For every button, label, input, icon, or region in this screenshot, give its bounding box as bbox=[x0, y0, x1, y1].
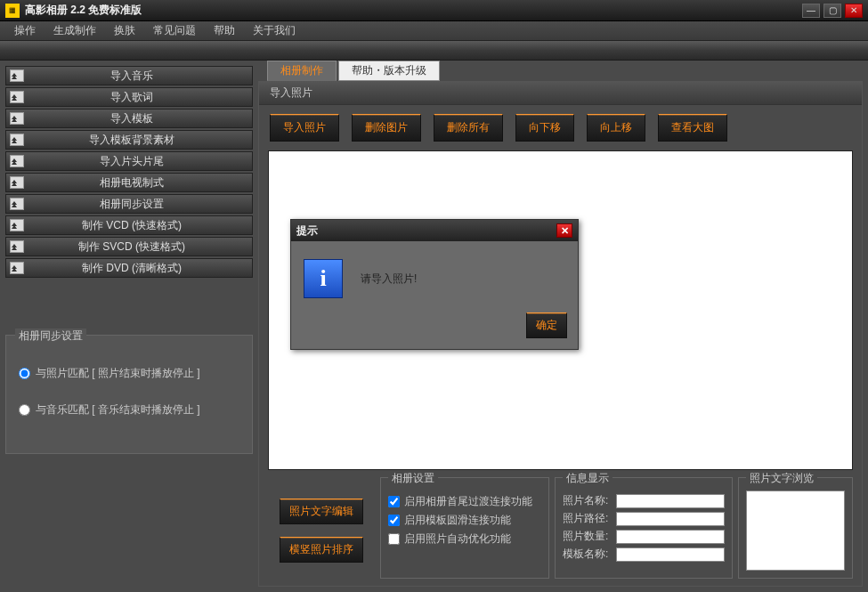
lbl-template-name: 模板名称: bbox=[563, 547, 616, 562]
btn-move-up[interactable]: 向上移 bbox=[587, 114, 645, 142]
lbl-photo-count: 照片数量: bbox=[563, 529, 616, 544]
sidebar-item-make-dvd[interactable]: 制作 DVD (清晰格式) bbox=[5, 258, 253, 278]
maximize-button[interactable]: ▢ bbox=[823, 4, 841, 18]
sidebar-item-make-svcd[interactable]: 制作 SVCD (快速格式) bbox=[5, 237, 253, 256]
decorative-strip bbox=[0, 41, 868, 61]
tab-album-make[interactable]: 相册制作 bbox=[267, 61, 337, 81]
settings-legend: 相册设置 bbox=[388, 471, 438, 486]
sync-legend: 相册同步设置 bbox=[15, 328, 86, 344]
sidebar-item-sync-settings[interactable]: 相册同步设置 bbox=[5, 194, 253, 214]
chevron-up-icon bbox=[10, 176, 24, 189]
btn-edit-text[interactable]: 照片文字编辑 bbox=[280, 499, 363, 524]
minimize-button[interactable]: — bbox=[802, 4, 820, 18]
window-title: 高影相册 2.2 免费标准版 bbox=[25, 3, 799, 18]
btn-import-photo[interactable]: 导入照片 bbox=[270, 114, 339, 142]
radio-match-photo[interactable]: 与照片匹配 [ 照片结束时播放停止 ] bbox=[19, 366, 245, 381]
val-photo-path bbox=[616, 512, 725, 526]
title-bar: ▦ 高影相册 2.2 免费标准版 — ▢ ✕ bbox=[0, 0, 868, 21]
tab-help-upgrade[interactable]: 帮助・版本升级 bbox=[338, 61, 440, 81]
chk-auto-optimize[interactable]: 启用照片自动优化功能 bbox=[388, 531, 541, 547]
dialog-ok-button[interactable]: 确定 bbox=[526, 312, 567, 338]
info-icon: i bbox=[304, 259, 343, 298]
menu-bar: 操作 生成制作 换肤 常见问题 帮助 关于我们 bbox=[0, 21, 868, 41]
tab-bar: 相册制作 帮助・版本升级 bbox=[267, 61, 863, 81]
menu-skin[interactable]: 换肤 bbox=[107, 20, 142, 41]
btn-sort-orientation[interactable]: 横竖照片排序 bbox=[280, 537, 363, 563]
btn-delete-all[interactable]: 删除所有 bbox=[434, 114, 503, 142]
app-icon: ▦ bbox=[5, 4, 20, 18]
btn-delete-image[interactable]: 删除图片 bbox=[352, 114, 421, 142]
info-legend: 信息显示 bbox=[563, 471, 612, 486]
panel-album-settings: 相册设置 启用相册首尾过渡连接功能 启用模板圆滑连接功能 启用照片自动优化功能 bbox=[380, 477, 549, 579]
val-template-name bbox=[616, 547, 725, 562]
lbl-photo-name: 照片名称: bbox=[563, 493, 616, 508]
sidebar: 导入音乐 导入歌词 导入模板 导入模板背景素材 导入片头片尾 相册电视制式 相册… bbox=[0, 61, 258, 592]
panel-info: 信息显示 照片名称: 照片路径: 照片数量: 模板名称: bbox=[555, 477, 733, 579]
preview-box bbox=[746, 491, 845, 571]
sidebar-item-import-lyrics[interactable]: 导入歌词 bbox=[5, 87, 253, 107]
radio-match-music[interactable]: 与音乐匹配 [ 音乐结束时播放停止 ] bbox=[19, 402, 245, 418]
sidebar-item-make-vcd[interactable]: 制作 VCD (快速格式) bbox=[5, 215, 253, 235]
chk-transition[interactable]: 启用相册首尾过渡连接功能 bbox=[388, 494, 541, 509]
alert-dialog: 提示 ✕ i 请导入照片! 确定 bbox=[290, 219, 579, 350]
sidebar-item-import-template[interactable]: 导入模板 bbox=[5, 109, 253, 128]
chevron-up-icon bbox=[10, 134, 24, 146]
chevron-up-icon bbox=[10, 69, 24, 82]
sidebar-item-tv-format[interactable]: 相册电视制式 bbox=[5, 173, 253, 192]
chevron-up-icon bbox=[10, 155, 24, 167]
photo-toolbar: 导入照片 删除图片 删除所有 向下移 向上移 查看大图 bbox=[259, 105, 862, 150]
menu-about[interactable]: 关于我们 bbox=[246, 20, 303, 41]
sidebar-item-import-headtail[interactable]: 导入片头片尾 bbox=[5, 151, 253, 171]
section-header: 导入照片 bbox=[259, 82, 862, 105]
panel-text-preview: 照片文字浏览 bbox=[738, 477, 853, 579]
menu-faq[interactable]: 常见问题 bbox=[146, 20, 203, 41]
btn-view-large[interactable]: 查看大图 bbox=[658, 114, 727, 142]
chevron-up-icon bbox=[10, 240, 24, 253]
chevron-up-icon bbox=[10, 262, 24, 274]
sidebar-item-import-music[interactable]: 导入音乐 bbox=[5, 66, 253, 85]
close-button[interactable]: ✕ bbox=[845, 4, 863, 18]
val-photo-name bbox=[616, 494, 725, 508]
sync-settings-group: 相册同步设置 与照片匹配 [ 照片结束时播放停止 ] 与音乐匹配 [ 音乐结束时… bbox=[5, 335, 253, 454]
radio-match-music-input[interactable] bbox=[19, 404, 30, 416]
preview-legend: 照片文字浏览 bbox=[746, 471, 817, 486]
panel-actions: 照片文字编辑 横竖照片排序 bbox=[268, 477, 375, 579]
dialog-close-button[interactable]: ✕ bbox=[556, 223, 572, 238]
chevron-up-icon bbox=[10, 91, 24, 103]
chk-smooth-template[interactable]: 启用模板圆滑连接功能 bbox=[388, 513, 541, 528]
chevron-up-icon bbox=[10, 112, 24, 125]
dialog-title: 提示 bbox=[296, 223, 556, 239]
menu-generate[interactable]: 生成制作 bbox=[46, 20, 103, 41]
menu-help[interactable]: 帮助 bbox=[207, 20, 242, 41]
radio-match-photo-input[interactable] bbox=[19, 368, 30, 379]
lbl-photo-path: 照片路径: bbox=[563, 511, 616, 526]
btn-move-down[interactable]: 向下移 bbox=[515, 114, 574, 142]
sidebar-item-import-template-bg[interactable]: 导入模板背景素材 bbox=[5, 130, 253, 150]
dialog-message: 请导入照片! bbox=[361, 272, 417, 287]
dialog-title-bar[interactable]: 提示 ✕ bbox=[291, 220, 578, 241]
menu-operate[interactable]: 操作 bbox=[7, 20, 43, 41]
chevron-up-icon bbox=[10, 198, 24, 210]
val-photo-count bbox=[616, 530, 725, 544]
chevron-up-icon bbox=[10, 219, 24, 231]
